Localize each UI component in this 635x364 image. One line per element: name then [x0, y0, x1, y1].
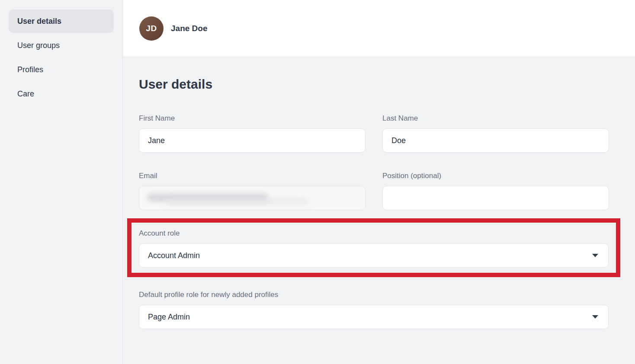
user-details-panel: User details First Name Last Name Email … [123, 57, 635, 364]
sidebar: User details User groups Profiles Care [0, 0, 123, 364]
default-profile-role-label: Default profile role for newly added pro… [139, 291, 278, 299]
avatar: JD [139, 16, 164, 41]
sidebar-item-label: User groups [17, 41, 60, 50]
page-title: User details [139, 77, 212, 92]
user-name: Jane Doe [171, 24, 207, 33]
last-name-label: Last Name [382, 114, 418, 123]
settings-page: User details User groups Profiles Care J… [0, 0, 635, 364]
chevron-down-icon [592, 315, 598, 319]
account-role-select[interactable]: Account Admin [139, 243, 609, 268]
default-profile-role-select[interactable]: Page Admin [139, 305, 609, 329]
account-role-value: Account Admin [148, 251, 200, 260]
user-header: JD Jane Doe [123, 0, 635, 57]
last-name-input[interactable] [382, 128, 609, 153]
default-profile-role-value: Page Admin [148, 313, 190, 322]
sidebar-item-user-groups[interactable]: User groups [9, 34, 114, 57]
chevron-down-icon [592, 254, 598, 257]
first-name-input[interactable] [139, 128, 366, 153]
redacted-email-value-blur [165, 199, 308, 204]
sidebar-item-label: User details [17, 17, 61, 26]
email-input[interactable] [139, 186, 366, 210]
first-name-label: First Name [139, 114, 175, 123]
sidebar-item-user-details[interactable]: User details [9, 10, 114, 33]
account-role-label: Account role [139, 229, 180, 238]
email-label: Email [139, 172, 157, 180]
sidebar-item-label: Care [17, 89, 34, 99]
position-label: Position (optional) [382, 172, 441, 180]
sidebar-item-care[interactable]: Care [9, 82, 114, 105]
sidebar-item-profiles[interactable]: Profiles [9, 58, 114, 81]
sidebar-item-label: Profiles [17, 65, 43, 74]
position-input[interactable] [382, 186, 609, 210]
sidebar-nav: User details User groups Profiles Care [0, 0, 122, 105]
